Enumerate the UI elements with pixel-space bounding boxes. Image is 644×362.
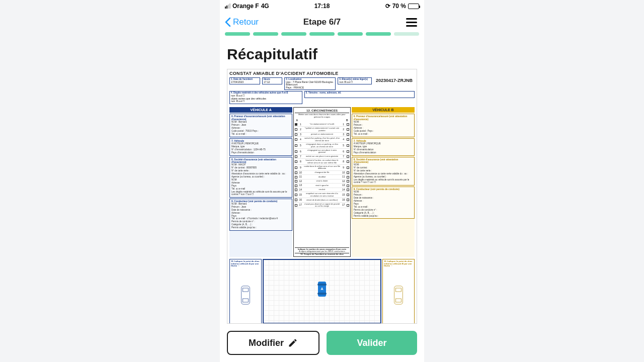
circumstance-row: 11doublait11 [295,175,349,179]
modify-button[interactable]: Modifier [227,331,319,355]
footer-actions: Modifier Valider [220,324,424,362]
impact-box-b: 10. Indiquer le point de choc initial au… [382,259,415,324]
circumstance-row: 3prenait un stationnement3 [295,133,349,137]
circumstance-row: 15empiétait sur une voie réservée à la c… [295,192,349,198]
circumstance-row: 14reculait14 [295,188,349,193]
sketch-area: A [263,259,381,324]
doc-time-box: Heure 17:12 [262,77,282,84]
document-preview[interactable]: CONSTAT AMIABLE D'ACCIDENT AUTOMOBILE 1.… [227,69,417,324]
doc-matdamage-box: 4. Dégâts matériels à des véhicules autr… [229,91,302,104]
rotation-lock-icon: ⟳ [385,3,390,10]
circumstance-row: 4sortait d'un parking, d'un lieu privé, … [295,137,349,143]
content-area: Récapitulatif CONSTAT AMIABLE D'ACCIDENT… [220,39,424,324]
impact-box-a: 10. Indiquer le point de choc initial au… [229,259,262,324]
nav-bar: Retour Etape 6/7 [220,12,424,32]
battery-pct: 70 % [392,3,406,10]
svg-rect-2 [243,299,248,302]
vehicle-b-column: VÉHICULE B 6. Preneur d'assurance/assuré… [352,107,415,257]
nav-title: Etape 6/7 [303,17,341,27]
signal-icon [225,4,230,9]
circumstance-row: 6s'engageait sur une place à sens girato… [295,149,349,155]
back-button[interactable]: Retour [225,17,259,27]
modify-label: Modifier [249,338,284,348]
circumstance-row: 17n'avait pas observé un signal de prior… [295,203,349,209]
circumstance-row: 1*en stationnement / à l'arrêt1 [295,123,349,127]
circumstances-column: 12. CIRCONSTANCES Mettre une croix dans … [293,107,350,257]
chevron-left-icon [225,18,231,27]
page-title: Récapitulatif [227,46,417,63]
circumstance-row: 12virait à droite12 [295,179,349,184]
svg-rect-1 [243,288,248,292]
progress-bar [220,32,424,39]
sketch-car-a: A [318,282,326,297]
svg-rect-5 [395,299,401,302]
clock: 17:18 [290,3,355,10]
circumstance-row: 7roulait sur une place à sens giratoire7 [295,155,349,159]
validate-button[interactable]: Valider [327,331,417,355]
circumstance-row: 2*quittait un stationnement / ouvrait un… [295,127,349,133]
carrier-label: Orange F [232,3,259,10]
status-bar: Orange F 4G 17:18 ⟳ 70 % [220,0,424,12]
menu-button[interactable] [404,16,419,29]
circumstance-row: 13virait à gauche13 [295,184,349,188]
circumstance-row: 16venait de droite (dans un carrefour)16 [295,198,349,203]
doc-location-box: 2. Localisation Lieu : 7 Place René Clai… [284,77,336,90]
doc-title: CONSTAT AMIABLE D'ACCIDENT AUTOMOBILE [229,71,415,77]
circumstance-row: 5s'engageait dans un parking, un lieu pr… [295,143,349,149]
back-label: Retour [233,17,259,27]
doc-date-box: 1. Date de l'accident 17/04/2023 [229,77,260,84]
svg-rect-4 [395,288,401,292]
circumstance-row: 10changeait de file10 [295,171,349,175]
vehicle-a-column: VÉHICULE A 6. Preneur d'assurance/assuré… [229,107,292,257]
doc-injuries-box: 3. Blessé(s) même léger(s) non ☒ oui ☐ [338,77,372,84]
circumstance-row: 9roulait dans le même sens et sur une fi… [295,165,349,171]
car-outline-icon [391,285,406,306]
doc-witness-box: 5. Témoins : noms, adresses, tél. [304,91,415,98]
edit-icon [288,338,298,348]
validate-label: Valider [357,338,386,348]
phone-frame: Orange F 4G 17:18 ⟳ 70 % Retour Etape 6/… [220,0,424,362]
hamburger-icon [406,18,417,20]
battery-icon [408,4,419,9]
doc-reference: 20230417-ZRJNB [374,77,415,84]
car-outline-icon [238,285,253,306]
circumstance-row: 8heurtait à l'arrière, en roulant dans l… [295,159,349,165]
network-label: 4G [261,3,269,10]
